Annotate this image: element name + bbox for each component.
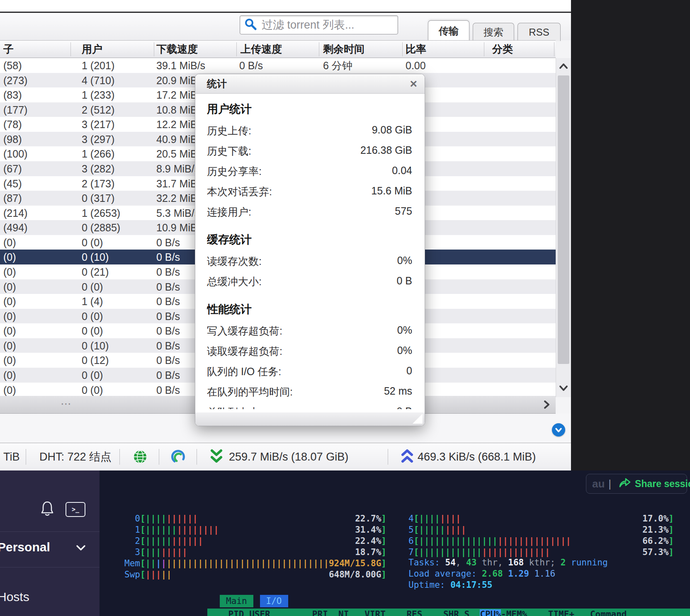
cell-c3: 0 B/s [156, 309, 180, 324]
resize-grip[interactable] [413, 414, 423, 424]
column-header[interactable]: 分类 [492, 41, 513, 58]
cell-c3: 0 B/s [156, 368, 180, 383]
stat-label: 写入缓存超负荷: [207, 324, 282, 338]
meter-value: 31.4% [355, 525, 381, 535]
search-input[interactable]: 过滤 torrent 列表... [240, 15, 398, 34]
tab-transfers[interactable]: 传输 [428, 20, 469, 41]
table-row[interactable]: (58)1 (201)39.1 MiB/s0 B/s6 分钟0.00 [0, 58, 556, 73]
cell-c1: (0) [3, 250, 16, 264]
scrollbar-grip[interactable]: ⋯ [61, 398, 72, 410]
stat-label: 在队列的平均时间: [207, 385, 293, 399]
bar-segment: ||||||||||||||| [419, 536, 498, 546]
meter-value: 21.3% [642, 525, 668, 535]
cell-c2: 0 (317) [82, 191, 114, 206]
text-part: thr [476, 558, 498, 567]
column-header[interactable]: 下载速度 [156, 41, 198, 58]
divider [197, 449, 197, 465]
scroll-right-icon[interactable] [542, 400, 552, 411]
cell-c2: 0 (10) [82, 338, 109, 353]
scroll-to-bottom-button[interactable] [552, 423, 565, 437]
bar-segment: ||||| [161, 547, 187, 557]
htop-tab-io[interactable]: I/O [260, 595, 288, 607]
bar-segment: ||||||||||||| [482, 547, 550, 557]
header-text[interactable]: -MEM% TIME+ Command [501, 609, 627, 616]
cell-c1: (0) [3, 368, 16, 383]
tab-search[interactable]: 搜索 [473, 23, 514, 41]
cell-c2: 3 (297) [82, 132, 114, 147]
text-part: 1.16 [534, 569, 555, 579]
meter-bars: ||||||||||||||||||||||||||||||||||||||||… [146, 558, 329, 568]
stat-label: 本次对话丢弃: [207, 185, 272, 199]
upload-arrows-icon [400, 443, 414, 470]
close-icon[interactable]: × [410, 77, 417, 91]
cell-c3: 0 B/s [156, 235, 180, 250]
cpu-meter: 0[||||||||||22.7%] [124, 513, 386, 524]
cell-c1: (100) [3, 146, 27, 161]
htop-tab-main[interactable]: Main [220, 595, 253, 607]
cell-c2: 2 (173) [82, 176, 114, 191]
cell-c6: 0.00 [406, 58, 426, 73]
text-part: 04:17:55 [450, 580, 492, 590]
divider [119, 449, 120, 465]
meter-label: 3 [124, 547, 140, 557]
column-header[interactable]: 用户 [82, 41, 102, 58]
stat-value: 0.04 [392, 165, 412, 178]
cpu-meter: Mem[||||||||||||||||||||||||||||||||||||… [124, 558, 386, 569]
sort-column-cpu[interactable]: CPU% [480, 609, 501, 616]
cell-c1: (0) [3, 309, 16, 324]
bracket: ] [381, 525, 386, 535]
column-divider [154, 42, 154, 56]
load-average-line: Load average: 2.68 1.29 1.16 [408, 569, 555, 580]
stat-value: 575 [395, 205, 412, 219]
cell-c1: (0) [3, 264, 16, 279]
connection-globe-icon[interactable] [133, 443, 148, 470]
search-placeholder: 过滤 torrent 列表... [262, 17, 355, 32]
dht-nodes-label: DHT: 722 结点 [39, 443, 112, 470]
cell-c1: (0) [3, 383, 16, 397]
chevron-down-icon[interactable] [75, 543, 86, 553]
cell-c2: 4 (710) [82, 73, 114, 88]
cell-c1: (0) [3, 323, 16, 338]
stat-row: 本次对话丢弃:15.6 MiB [207, 182, 412, 202]
tab-rss[interactable]: RSS [518, 23, 561, 41]
column-header[interactable]: 上传速度 [241, 41, 282, 58]
column-header[interactable]: 剩余时间 [323, 41, 364, 58]
column-divider [236, 42, 237, 56]
bracket: [ [140, 525, 146, 535]
cell-c4: 0 B/s [239, 58, 263, 73]
text-part: 1.29 [508, 569, 534, 579]
cpu-meter: Swp[|||||648M/8.00G] [124, 569, 386, 580]
stat-value: 0% [397, 324, 412, 338]
sidebar-profile-label[interactable]: Personal [0, 540, 50, 554]
bell-icon[interactable] [40, 500, 55, 519]
scrollbar-thumb[interactable] [558, 75, 569, 364]
bracket: [ [140, 558, 146, 568]
scroll-up-icon[interactable] [559, 61, 569, 71]
cell-c2: 1 (266) [82, 146, 114, 161]
stat-value: 0 B [396, 275, 412, 289]
speed-limit-gauge-icon[interactable] [171, 443, 186, 470]
cell-c2: 0 (0) [82, 368, 103, 383]
sidebar-item-hosts[interactable]: Hosts [0, 590, 29, 604]
scroll-down-icon[interactable] [559, 383, 569, 393]
stat-label: 总缓冲大小: [207, 275, 262, 289]
header-text[interactable]: PID USER PRI NI VIRT RES SHR S [207, 609, 480, 616]
bracket: ] [668, 525, 674, 535]
cell-c2: 1 (201) [82, 58, 114, 73]
meter-value: 22.7% [355, 514, 381, 524]
download-speed-label: 259.7 MiB/s (18.07 GiB) [229, 443, 348, 470]
text-part: Uptime: [408, 580, 450, 590]
bracket: ] [668, 547, 674, 557]
bar-segment: ||||| [419, 525, 445, 535]
column-header[interactable]: 子 [3, 41, 14, 58]
column-header[interactable]: 比率 [406, 41, 426, 58]
cell-c1: (83) [3, 87, 22, 102]
stat-row: 总缓冲大小:0 B [207, 272, 412, 292]
terminal-icon[interactable]: >_ [66, 502, 85, 517]
text-part: 43 [466, 558, 476, 567]
status-bar: TiB DHT: 722 结点 259.7 MiB/s (18.07 GiB) … [0, 443, 571, 470]
stat-row: 总队列大小:0 B [207, 402, 412, 409]
bracket: [ [140, 536, 146, 546]
vertical-scrollbar[interactable] [556, 58, 571, 397]
meter-value: 17.0% [642, 514, 668, 524]
